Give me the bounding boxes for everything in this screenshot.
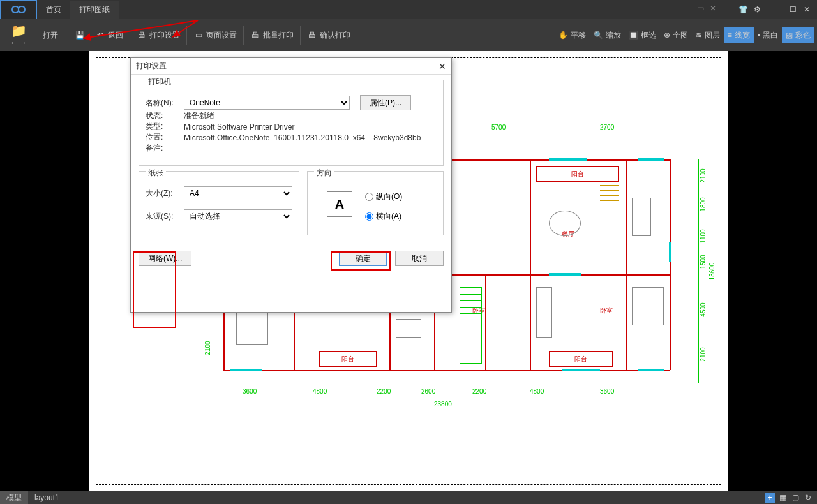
printer-name-select[interactable]: OneNote [184, 96, 350, 110]
dim-b-6: 3600 [600, 388, 614, 395]
dim-total-w: 23800 [434, 401, 452, 408]
print-settings-icon: 🖶 [137, 30, 147, 40]
dim-r-0: 2100 [699, 168, 706, 182]
skin-icon[interactable]: 👕 [737, 3, 749, 16]
landscape-radio[interactable] [365, 212, 373, 221]
dialog-close-icon[interactable]: ✕ [438, 61, 446, 71]
portrait-label: 纵向(O) [376, 191, 402, 202]
color-button[interactable]: ▨彩色 [782, 27, 814, 43]
restore-down-icon[interactable]: ▭ [697, 4, 708, 15]
pan-button[interactable]: ✋平移 [555, 27, 590, 43]
status-label: 状态: [146, 110, 184, 121]
monochrome-button[interactable]: ▪黑白 [754, 27, 782, 43]
comment-label: 备注: [146, 143, 184, 154]
print-settings-dialog: 打印设置 ✕ 打印机 名称(N): OneNote 属性(P)... 状态:准备… [130, 57, 452, 313]
title-bar: 首页 打印图纸 ▭ ✕ 👕 ⚙ — ☐ ✕ [0, 0, 817, 19]
redo-icon[interactable]: → [19, 38, 27, 47]
refresh-icon[interactable]: ↻ [803, 493, 813, 503]
print-drawing-tab[interactable]: 打印图纸 [70, 1, 119, 19]
name-label: 名称(N): [146, 98, 184, 108]
window-select-button[interactable]: 🔲框选 [625, 27, 660, 43]
zoom-button[interactable]: 🔍缩放 [590, 27, 625, 43]
home-tab[interactable]: 首页 [37, 1, 70, 19]
size-label: 大小(Z): [146, 188, 184, 199]
page-setup-label: 页面设置 [206, 30, 237, 41]
plus-icon[interactable]: + [765, 493, 775, 503]
dim-r-2: 1100 [699, 229, 706, 243]
dim-b-2: 2200 [377, 388, 391, 395]
box-icon[interactable]: ▢ [790, 493, 800, 503]
batch-print-button[interactable]: 🖶批量打印 [245, 26, 299, 45]
close-tab-icon[interactable]: ✕ [710, 4, 721, 15]
zoom-icon: 🔍 [594, 31, 603, 40]
dialog-title: 打印设置 [136, 61, 167, 71]
page-setup-button[interactable]: ▭页面设置 [188, 26, 242, 45]
paper-group: 纸张 大小(Z): A4 来源(S): 自动选择 [139, 171, 299, 235]
paper-highlight [133, 251, 176, 328]
window-icon: 🔲 [629, 31, 638, 40]
layers-button[interactable]: ≋图层 [692, 27, 724, 43]
maximize-icon[interactable]: ☐ [786, 3, 799, 16]
folder-icon[interactable]: 📁 [11, 23, 27, 38]
batch-print-label: 批量打印 [263, 30, 294, 41]
undo-icon[interactable]: ← [10, 38, 18, 47]
paper-size-select[interactable]: A4 [184, 186, 292, 200]
dim-l-0: 2100 [204, 341, 211, 355]
dim-r-1: 1800 [699, 197, 706, 211]
grid-icon[interactable]: ▦ [777, 493, 788, 503]
source-label: 来源(S): [146, 211, 184, 222]
extents-button[interactable]: ⊕全图 [660, 27, 692, 43]
location-label: 位置: [146, 132, 184, 143]
confirm-print-icon: 🖶 [307, 30, 317, 40]
color-icon: ▨ [786, 31, 793, 40]
portrait-radio[interactable] [365, 193, 373, 201]
status-value: 准备就绪 [184, 110, 214, 121]
print-settings-button[interactable]: 🖶打印设置 [131, 26, 185, 45]
app-logo [0, 0, 37, 19]
minimize-icon[interactable]: — [772, 3, 785, 16]
landscape-label: 横向(A) [376, 211, 401, 222]
hand-icon: ✋ [558, 31, 568, 40]
dim-b-5: 4800 [530, 388, 544, 395]
location-value: Microsoft.Office.OneNote_16001.11231.201… [184, 133, 421, 142]
dim-b-1: 4800 [313, 388, 327, 395]
open-label: 打开 [43, 30, 58, 41]
dim-r-4: 4500 [699, 302, 706, 316]
model-tab[interactable]: 模型 [0, 491, 28, 504]
back-icon: ↶ [95, 30, 105, 40]
dim-total-h: 13600 [709, 263, 716, 281]
save-button[interactable]: 💾 [70, 26, 90, 45]
lineweight-icon: ≡ [728, 31, 732, 40]
balcony-2: 阳台 [319, 351, 377, 367]
printer-group: 打印机 名称(N): OneNote 属性(P)... 状态:准备就绪 类型:M… [139, 80, 444, 166]
dialog-title-bar[interactable]: 打印设置 ✕ [131, 58, 451, 75]
page-setup-icon: ▭ [193, 30, 204, 40]
back-button[interactable]: ↶返回 [90, 26, 128, 45]
mono-icon: ▪ [758, 31, 760, 40]
balcony-3: 阳台 [549, 351, 613, 367]
layout1-tab[interactable]: layout1 [28, 491, 66, 504]
save-icon: 💾 [75, 30, 85, 40]
extents-icon: ⊕ [664, 31, 670, 40]
confirm-print-button[interactable]: 🖶确认打印 [302, 26, 356, 45]
orientation-preview-icon: A [327, 191, 352, 217]
print-settings-label: 打印设置 [149, 30, 180, 41]
orient-highlight [331, 251, 391, 271]
orient-group-label: 方向 [314, 168, 334, 179]
back-label: 返回 [108, 30, 123, 41]
dim-b-0: 3600 [243, 388, 257, 395]
orientation-group: 方向 A 纵向(O) 横向(A) [307, 171, 444, 235]
toolbar: 📁 ←→ 打开 💾 ↶返回 🖶打印设置 ▭页面设置 🖶批量打印 🖶确认打印 ✋平… [0, 19, 817, 51]
cancel-button[interactable]: 取消 [395, 251, 444, 266]
status-bar: 模型 layout1 + ▦ ▢ ↻ [0, 491, 817, 504]
bedroom-2-label: 卧室 [600, 306, 613, 315]
paper-source-select[interactable]: 自动选择 [184, 209, 292, 223]
close-icon[interactable]: ✕ [800, 3, 813, 16]
gear-icon[interactable]: ⚙ [751, 3, 763, 16]
dim-b-3: 2600 [421, 388, 435, 395]
dim-r-3: 1500 [699, 255, 706, 269]
properties-button[interactable]: 属性(P)... [360, 95, 411, 110]
type-value: Microsoft Software Printer Driver [184, 122, 294, 131]
dim-r-5: 2100 [699, 347, 706, 361]
lineweight-button[interactable]: ≡线宽 [724, 27, 754, 43]
